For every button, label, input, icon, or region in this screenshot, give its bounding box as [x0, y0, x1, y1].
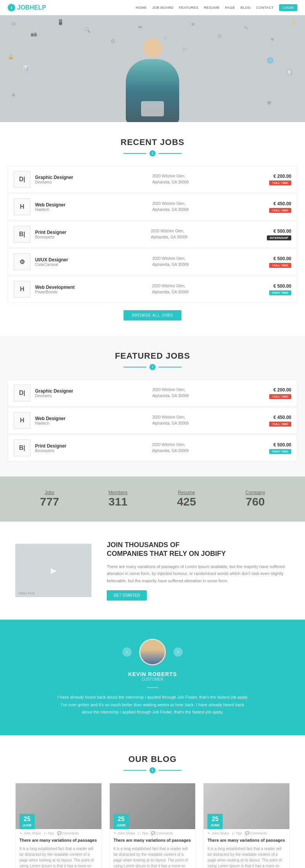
join-section: Video Post JOIN THOUSANDS OFCOMPANIES TH…: [0, 522, 305, 620]
testimonial-divider: [147, 687, 158, 688]
blog-title: OUR BLOG: [15, 754, 290, 764]
blog-section: OUR BLOG 25JUNE ✎ John Share ▷ Tips 💬 Co…: [0, 735, 305, 868]
recent-jobs-divider: [8, 150, 297, 156]
job-item[interactable]: D| Graphic Designer Devisems 2020 Wilshi…: [8, 380, 297, 406]
blog-card: 25JUNE ✎ John Share ▷ Tips 💬 Comments Th…: [203, 783, 290, 868]
job-meta: € 450.00 FULL TIME: [269, 201, 291, 213]
job-company: Haetech: [35, 208, 146, 212]
recent-jobs-section: RECENT JOBS D| Graphic Designer Devisems…: [0, 122, 305, 336]
blog-card: 25JUNE ✎ John Share ▷ Tips 💬 Comments Th…: [15, 783, 102, 868]
job-company: Devisems: [35, 180, 146, 184]
nav-features[interactable]: FEATURES: [179, 6, 198, 10]
job-title: UI/UX Designer: [35, 257, 146, 262]
job-info: UI/UX Designer CodeCarnival: [35, 257, 146, 267]
job-salary: € 500.00: [273, 256, 291, 261]
job-company: PowerBoosts: [35, 290, 146, 294]
featured-jobs-section: FEATURED JOBS D| Graphic Designer Devise…: [0, 336, 305, 477]
featured-jobs-title: FEATURED JOBS: [8, 351, 297, 361]
jobs-label: Jobs: [40, 490, 59, 495]
job-item[interactable]: ⚙ UI/UX Designer CodeCarnival 2020 Wilsh…: [8, 248, 297, 275]
job-info: Web Designer Haetech: [35, 202, 146, 212]
blog-post-text: It is a long established fact that a rea…: [19, 846, 98, 868]
blog-image: 25JUNE: [204, 783, 289, 829]
resume-value: 425: [177, 495, 196, 508]
nav-contact[interactable]: CONTACT: [256, 6, 274, 10]
blog-divider-right: [159, 770, 181, 771]
get-started-button[interactable]: GET STARTED: [107, 590, 147, 601]
testimonial-section: ‹ › KEVIN ROBERTS CUSTOMER I have alread…: [0, 620, 305, 735]
blog-author: ✎ John Share: [114, 831, 135, 835]
job-badge: FULL TIME: [269, 208, 291, 213]
job-company-logo: H: [14, 198, 30, 215]
job-badge: INTERNSHIP: [267, 235, 291, 240]
job-address: 2020 Wilshire Glen,Alpharetta, GA 30009: [146, 173, 269, 185]
blog-comments: 💬 Comments: [245, 831, 267, 835]
job-item[interactable]: H Web Development PowerBoosts 2020 Wilsh…: [8, 276, 297, 303]
video-placeholder[interactable]: Video Post: [15, 544, 92, 597]
job-item[interactable]: H Web Designer Haetech 2020 Wilshire Gle…: [8, 407, 297, 434]
blog-meta: ✎ John Share ▷ Tips 💬 Comments: [204, 829, 289, 837]
resume-label: Resume: [177, 490, 196, 495]
blog-post-text: It is a long established fact that a rea…: [207, 846, 286, 868]
job-salary: € 200.00: [273, 387, 291, 393]
jobs-value: 777: [40, 495, 59, 508]
job-company: Boooxperts: [35, 449, 146, 453]
login-button[interactable]: LOGIN: [279, 4, 297, 11]
browse-all-jobs-button[interactable]: BROWSE ALL JOBS: [124, 310, 181, 320]
job-item[interactable]: H Web Designer Haetech 2020 Wilshire Gle…: [8, 193, 297, 220]
nav-page[interactable]: PAGE: [225, 6, 235, 10]
members-label: Members: [108, 490, 127, 495]
job-meta: € 500.00 PART TIME: [269, 442, 292, 454]
job-info: Print Designer Boooxperts: [35, 443, 146, 453]
nav-blog[interactable]: BLOG: [241, 6, 251, 10]
job-company-logo: D|: [14, 385, 30, 401]
nav-home[interactable]: HOME: [136, 6, 147, 10]
blog-category: ▷ Tips: [138, 831, 148, 835]
header: JOBHELP HOME JOB BOARD FEATURES RESUME P…: [0, 0, 305, 15]
job-title: Print Designer: [35, 230, 145, 235]
job-item[interactable]: B| Print Designer Boooxperts 2020 Wilshi…: [8, 435, 297, 461]
testimonial-next-button[interactable]: ›: [173, 647, 183, 657]
blog-content: There are many variations of passages It…: [16, 837, 101, 868]
stat-company: Company 760: [246, 490, 265, 508]
logo-job: JOB: [17, 4, 30, 11]
testimonial-avatar: [139, 639, 166, 665]
job-company: Haetech: [35, 421, 146, 425]
job-company-logo: ⚙: [14, 253, 30, 270]
job-badge: FULL TIME: [269, 422, 291, 427]
job-salary: € 500.00: [273, 229, 291, 234]
testimonial-role: CUSTOMER: [30, 677, 274, 681]
job-address: 2020 Wilshire Glen,Alpharetta, GA 30009: [146, 201, 269, 213]
job-title: Web Designer: [35, 416, 146, 421]
job-item[interactable]: B| Print Designer Boooxperts 2020 Wilshi…: [8, 221, 297, 248]
company-value: 760: [246, 495, 265, 508]
job-company-logo: H: [14, 281, 30, 298]
job-salary: € 450.00: [273, 201, 291, 206]
job-company-logo: B|: [14, 440, 30, 456]
blog-date: 25JUNE: [114, 814, 129, 829]
job-title: Graphic Designer: [35, 175, 146, 180]
logo-text: JOBHELP: [17, 4, 46, 11]
logo-icon: [8, 4, 15, 11]
members-value: 311: [108, 495, 127, 508]
testimonial-nav: ‹ ›: [30, 639, 274, 665]
blog-category: ▷ Tips: [232, 831, 242, 835]
blog-comments: 💬 Comments: [151, 831, 173, 835]
job-salary: € 500.00: [273, 283, 291, 289]
blog-divider-left: [124, 770, 146, 771]
blog-post-title: There are many variations of passages: [19, 837, 98, 843]
nav-jobboard[interactable]: JOB BOARD: [152, 6, 174, 10]
job-company: Boooxperts: [35, 235, 145, 239]
blog-post-title: There are many variations of passages: [114, 837, 192, 843]
join-content: JOIN THOUSANDS OFCOMPANIES THAT RELY ON …: [107, 541, 290, 601]
job-item[interactable]: D| Graphic Designer Devisems 2020 Wilshi…: [8, 166, 297, 193]
testimonial-prev-button[interactable]: ‹: [122, 647, 132, 657]
blog-comments: 💬 Comments: [57, 831, 79, 835]
job-info: Print Designer Boooxperts: [35, 230, 145, 239]
stat-members: Members 311: [108, 490, 127, 508]
job-title: Print Designer: [35, 443, 146, 449]
job-salary: € 500.00: [273, 442, 291, 448]
blog-content: There are many variations of passages It…: [204, 837, 289, 868]
featured-divider-icon: [149, 364, 156, 370]
nav-resume[interactable]: RESUME: [204, 6, 220, 10]
